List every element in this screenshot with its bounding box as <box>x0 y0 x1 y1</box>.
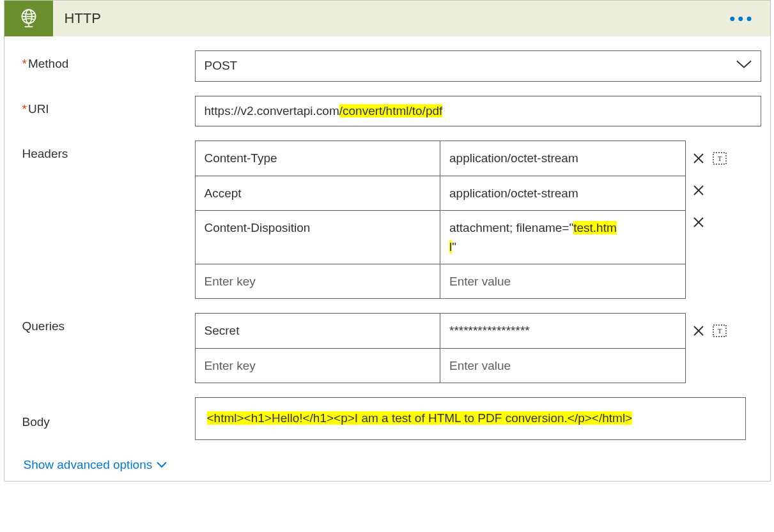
header-new-row: Enter key Enter value <box>196 264 685 298</box>
body-label: Body <box>22 397 195 429</box>
query-key-input[interactable]: Enter key <box>196 349 441 383</box>
svg-text:T: T <box>717 327 722 335</box>
more-menu-button[interactable]: ••• <box>729 9 770 29</box>
uri-row: *URI https://v2.convertapi.com/convert/h… <box>22 96 761 127</box>
query-value-input[interactable]: Enter value <box>440 349 685 383</box>
header-row-2: Content-Disposition attachment; filename… <box>196 210 685 264</box>
card-body: *Method POST *URI https://v2.convertapi.… <box>4 36 770 481</box>
header-row-0: Content-Type application/octet-stream <box>196 141 685 175</box>
card-header[interactable]: HTTP ••• <box>4 1 770 36</box>
delete-header-button[interactable] <box>691 152 706 167</box>
headers-actions: T <box>691 141 742 235</box>
header-value-input[interactable]: application/octet-stream <box>440 141 685 175</box>
show-advanced-options-link[interactable]: Show advanced options <box>24 458 168 472</box>
svg-text:T: T <box>717 155 722 162</box>
header-key-input[interactable]: Accept <box>196 176 441 210</box>
method-select[interactable]: POST <box>195 50 761 82</box>
header-key-input[interactable]: Content-Disposition <box>196 211 441 264</box>
globe-icon <box>18 8 40 29</box>
query-new-row: Enter key Enter value <box>196 348 685 383</box>
queries-table: Secret ***************** Enter key Enter… <box>195 313 686 383</box>
uri-input[interactable]: https://v2.convertapi.com/convert/html/t… <box>195 96 761 127</box>
header-key-input[interactable]: Content-Type <box>196 141 441 175</box>
delete-header-button[interactable] <box>691 184 706 199</box>
query-row-0: Secret ***************** <box>196 314 685 347</box>
query-key-input[interactable]: Secret <box>196 314 441 347</box>
card-title: HTTP <box>65 10 730 27</box>
queries-label: Queries <box>22 313 195 333</box>
queries-actions: T <box>691 313 742 344</box>
http-action-card: HTTP ••• *Method POST *URI https://v2.co… <box>4 0 771 482</box>
chevron-down-icon <box>156 461 167 469</box>
method-row: *Method POST <box>22 50 761 82</box>
body-input[interactable]: <html><h1>Hello!</h1><p>I am a test of H… <box>195 397 746 439</box>
delete-query-button[interactable] <box>691 324 706 340</box>
http-icon-box <box>4 1 53 36</box>
method-label: *Method <box>22 50 195 71</box>
header-key-input[interactable]: Enter key <box>196 264 441 298</box>
headers-label: Headers <box>22 141 195 161</box>
header-value-input[interactable]: attachment; filename="test.html" <box>440 211 685 264</box>
uri-label: *URI <box>22 96 195 116</box>
query-value-input[interactable]: ***************** <box>440 314 685 347</box>
header-value-input[interactable]: Enter value <box>440 264 685 298</box>
headers-table: Content-Type application/octet-stream Ac… <box>195 141 686 299</box>
header-row-1: Accept application/octet-stream <box>196 176 685 210</box>
header-value-input[interactable]: application/octet-stream <box>440 176 685 210</box>
headers-row: Headers Content-Type application/octet-s… <box>22 141 761 299</box>
text-mode-button[interactable]: T <box>713 324 727 340</box>
method-value: POST <box>195 50 761 82</box>
text-mode-button[interactable]: T <box>713 152 727 168</box>
queries-row: Queries Secret ***************** Enter k… <box>22 313 761 383</box>
body-row: Body <html><h1>Hello!</h1><p>I am a test… <box>22 397 761 439</box>
delete-header-button[interactable] <box>691 216 706 231</box>
